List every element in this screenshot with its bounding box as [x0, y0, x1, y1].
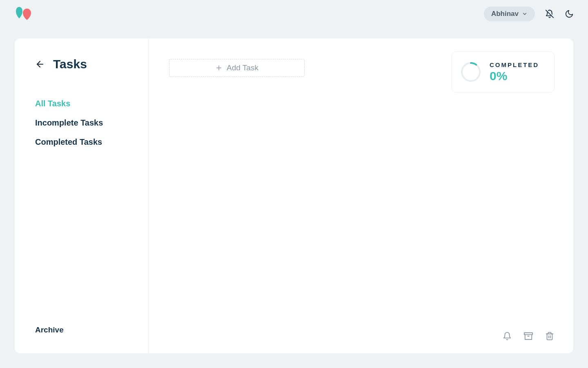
nav-item-incomplete-tasks[interactable]: Incomplete Tasks	[35, 118, 136, 128]
logo-icon	[15, 6, 33, 22]
reminder-button[interactable]	[502, 331, 512, 341]
arrow-left-icon	[35, 59, 45, 69]
user-name-label: Abhinav	[491, 10, 519, 18]
bell-icon	[503, 332, 512, 341]
topbar-right: Abhinav	[484, 7, 574, 21]
completed-widget: COMPLETED 0%	[452, 52, 555, 92]
svg-point-4	[462, 63, 480, 81]
completed-text: COMPLETED 0%	[490, 61, 539, 83]
nav-list: All Tasks Incomplete Tasks Completed Tas…	[35, 99, 136, 147]
nav-item-completed-tasks[interactable]: Completed Tasks	[35, 137, 136, 147]
user-menu[interactable]: Abhinav	[484, 7, 535, 21]
archive-icon	[524, 332, 533, 341]
main-card: Tasks All Tasks Incomplete Tasks Complet…	[15, 38, 573, 353]
add-task-button[interactable]: Add Task	[169, 59, 305, 77]
svg-rect-6	[524, 333, 532, 335]
archive-button[interactable]	[523, 331, 533, 341]
moon-icon	[565, 9, 574, 18]
action-icons	[502, 331, 555, 341]
nav-item-all-tasks[interactable]: All Tasks	[35, 99, 136, 108]
app-logo[interactable]	[15, 6, 33, 22]
sidebar-header: Tasks	[35, 57, 136, 71]
delete-button[interactable]	[545, 331, 555, 341]
archive-link[interactable]: Archive	[35, 325, 64, 334]
completed-label: COMPLETED	[490, 61, 539, 68]
plus-icon	[215, 64, 223, 72]
notifications-off-button[interactable]	[545, 9, 555, 19]
add-task-label: Add Task	[227, 63, 258, 72]
chevron-down-icon	[522, 11, 528, 17]
bell-off-icon	[545, 9, 554, 18]
completed-value: 0%	[490, 69, 539, 83]
progress-ring	[460, 61, 481, 83]
page-title: Tasks	[53, 57, 87, 71]
back-button[interactable]	[35, 59, 45, 69]
top-bar: Abhinav	[0, 0, 588, 28]
sidebar: Tasks All Tasks Incomplete Tasks Complet…	[15, 38, 149, 353]
trash-icon	[545, 332, 554, 341]
main-area: Add Task COMPLETED 0%	[149, 38, 573, 353]
dark-mode-toggle[interactable]	[564, 9, 574, 19]
